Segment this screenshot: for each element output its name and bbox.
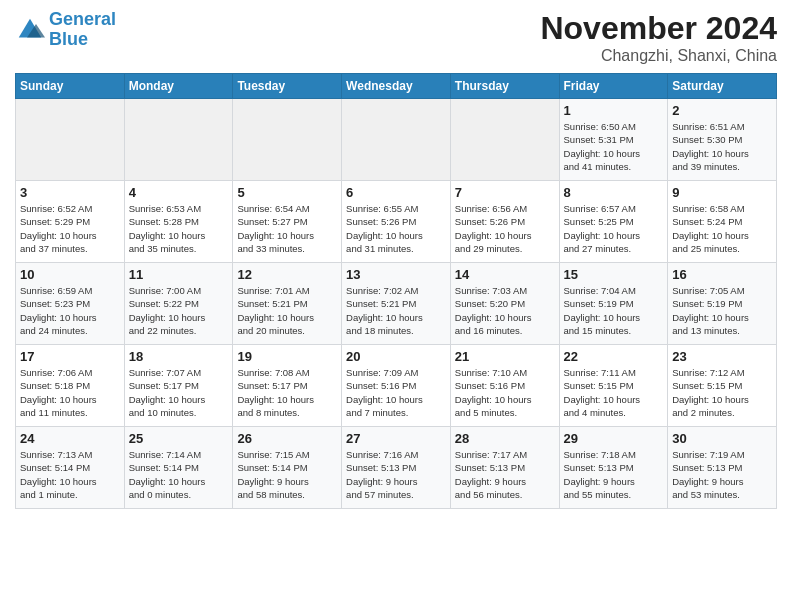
calendar-week-1: 1Sunrise: 6:50 AM Sunset: 5:31 PM Daylig… [16, 99, 777, 181]
calendar-table: Sunday Monday Tuesday Wednesday Thursday… [15, 73, 777, 509]
day-number: 6 [346, 185, 446, 200]
calendar-cell: 4Sunrise: 6:53 AM Sunset: 5:28 PM Daylig… [124, 181, 233, 263]
day-info: Sunrise: 6:52 AM Sunset: 5:29 PM Dayligh… [20, 202, 120, 255]
day-number: 11 [129, 267, 229, 282]
col-wednesday: Wednesday [342, 74, 451, 99]
day-number: 13 [346, 267, 446, 282]
day-number: 15 [564, 267, 664, 282]
calendar-cell: 2Sunrise: 6:51 AM Sunset: 5:30 PM Daylig… [668, 99, 777, 181]
day-info: Sunrise: 7:01 AM Sunset: 5:21 PM Dayligh… [237, 284, 337, 337]
day-info: Sunrise: 6:53 AM Sunset: 5:28 PM Dayligh… [129, 202, 229, 255]
day-number: 10 [20, 267, 120, 282]
calendar-cell [450, 99, 559, 181]
calendar-week-3: 10Sunrise: 6:59 AM Sunset: 5:23 PM Dayli… [16, 263, 777, 345]
col-saturday: Saturday [668, 74, 777, 99]
day-info: Sunrise: 7:03 AM Sunset: 5:20 PM Dayligh… [455, 284, 555, 337]
day-info: Sunrise: 7:19 AM Sunset: 5:13 PM Dayligh… [672, 448, 772, 501]
day-number: 23 [672, 349, 772, 364]
day-info: Sunrise: 7:11 AM Sunset: 5:15 PM Dayligh… [564, 366, 664, 419]
day-number: 21 [455, 349, 555, 364]
day-number: 30 [672, 431, 772, 446]
day-number: 9 [672, 185, 772, 200]
col-sunday: Sunday [16, 74, 125, 99]
day-number: 16 [672, 267, 772, 282]
day-info: Sunrise: 7:02 AM Sunset: 5:21 PM Dayligh… [346, 284, 446, 337]
day-info: Sunrise: 7:16 AM Sunset: 5:13 PM Dayligh… [346, 448, 446, 501]
logo-icon [15, 15, 45, 45]
day-info: Sunrise: 7:05 AM Sunset: 5:19 PM Dayligh… [672, 284, 772, 337]
title-area: November 2024 Changzhi, Shanxi, China [540, 10, 777, 65]
calendar-cell: 8Sunrise: 6:57 AM Sunset: 5:25 PM Daylig… [559, 181, 668, 263]
day-number: 25 [129, 431, 229, 446]
day-info: Sunrise: 6:58 AM Sunset: 5:24 PM Dayligh… [672, 202, 772, 255]
day-info: Sunrise: 7:17 AM Sunset: 5:13 PM Dayligh… [455, 448, 555, 501]
col-tuesday: Tuesday [233, 74, 342, 99]
calendar-cell: 25Sunrise: 7:14 AM Sunset: 5:14 PM Dayli… [124, 427, 233, 509]
col-friday: Friday [559, 74, 668, 99]
day-number: 3 [20, 185, 120, 200]
day-info: Sunrise: 7:06 AM Sunset: 5:18 PM Dayligh… [20, 366, 120, 419]
day-info: Sunrise: 7:14 AM Sunset: 5:14 PM Dayligh… [129, 448, 229, 501]
day-number: 1 [564, 103, 664, 118]
day-info: Sunrise: 7:18 AM Sunset: 5:13 PM Dayligh… [564, 448, 664, 501]
day-info: Sunrise: 6:54 AM Sunset: 5:27 PM Dayligh… [237, 202, 337, 255]
header-row: Sunday Monday Tuesday Wednesday Thursday… [16, 74, 777, 99]
calendar-cell: 17Sunrise: 7:06 AM Sunset: 5:18 PM Dayli… [16, 345, 125, 427]
calendar-cell: 16Sunrise: 7:05 AM Sunset: 5:19 PM Dayli… [668, 263, 777, 345]
day-number: 29 [564, 431, 664, 446]
day-info: Sunrise: 6:51 AM Sunset: 5:30 PM Dayligh… [672, 120, 772, 173]
calendar-cell: 26Sunrise: 7:15 AM Sunset: 5:14 PM Dayli… [233, 427, 342, 509]
day-info: Sunrise: 7:13 AM Sunset: 5:14 PM Dayligh… [20, 448, 120, 501]
calendar-cell [16, 99, 125, 181]
calendar-cell: 29Sunrise: 7:18 AM Sunset: 5:13 PM Dayli… [559, 427, 668, 509]
calendar-cell [233, 99, 342, 181]
calendar-cell: 3Sunrise: 6:52 AM Sunset: 5:29 PM Daylig… [16, 181, 125, 263]
day-info: Sunrise: 6:59 AM Sunset: 5:23 PM Dayligh… [20, 284, 120, 337]
calendar-cell: 19Sunrise: 7:08 AM Sunset: 5:17 PM Dayli… [233, 345, 342, 427]
calendar-cell: 28Sunrise: 7:17 AM Sunset: 5:13 PM Dayli… [450, 427, 559, 509]
day-info: Sunrise: 7:08 AM Sunset: 5:17 PM Dayligh… [237, 366, 337, 419]
day-number: 18 [129, 349, 229, 364]
calendar-cell: 13Sunrise: 7:02 AM Sunset: 5:21 PM Dayli… [342, 263, 451, 345]
day-number: 28 [455, 431, 555, 446]
day-number: 24 [20, 431, 120, 446]
calendar-cell: 22Sunrise: 7:11 AM Sunset: 5:15 PM Dayli… [559, 345, 668, 427]
calendar-cell: 12Sunrise: 7:01 AM Sunset: 5:21 PM Dayli… [233, 263, 342, 345]
month-title: November 2024 [540, 10, 777, 47]
day-info: Sunrise: 7:04 AM Sunset: 5:19 PM Dayligh… [564, 284, 664, 337]
location: Changzhi, Shanxi, China [540, 47, 777, 65]
day-info: Sunrise: 7:15 AM Sunset: 5:14 PM Dayligh… [237, 448, 337, 501]
day-number: 26 [237, 431, 337, 446]
logo: General Blue [15, 10, 116, 50]
day-number: 14 [455, 267, 555, 282]
day-info: Sunrise: 6:50 AM Sunset: 5:31 PM Dayligh… [564, 120, 664, 173]
calendar-cell: 23Sunrise: 7:12 AM Sunset: 5:15 PM Dayli… [668, 345, 777, 427]
day-info: Sunrise: 6:57 AM Sunset: 5:25 PM Dayligh… [564, 202, 664, 255]
calendar-cell: 9Sunrise: 6:58 AM Sunset: 5:24 PM Daylig… [668, 181, 777, 263]
day-info: Sunrise: 7:09 AM Sunset: 5:16 PM Dayligh… [346, 366, 446, 419]
calendar-cell: 24Sunrise: 7:13 AM Sunset: 5:14 PM Dayli… [16, 427, 125, 509]
page-container: General Blue November 2024 Changzhi, Sha… [0, 0, 792, 519]
day-info: Sunrise: 7:07 AM Sunset: 5:17 PM Dayligh… [129, 366, 229, 419]
calendar-week-4: 17Sunrise: 7:06 AM Sunset: 5:18 PM Dayli… [16, 345, 777, 427]
calendar-week-2: 3Sunrise: 6:52 AM Sunset: 5:29 PM Daylig… [16, 181, 777, 263]
day-number: 4 [129, 185, 229, 200]
calendar-cell: 11Sunrise: 7:00 AM Sunset: 5:22 PM Dayli… [124, 263, 233, 345]
day-number: 27 [346, 431, 446, 446]
day-number: 2 [672, 103, 772, 118]
calendar-cell: 30Sunrise: 7:19 AM Sunset: 5:13 PM Dayli… [668, 427, 777, 509]
day-number: 7 [455, 185, 555, 200]
calendar-cell [124, 99, 233, 181]
calendar-cell: 27Sunrise: 7:16 AM Sunset: 5:13 PM Dayli… [342, 427, 451, 509]
day-info: Sunrise: 7:12 AM Sunset: 5:15 PM Dayligh… [672, 366, 772, 419]
calendar-cell: 14Sunrise: 7:03 AM Sunset: 5:20 PM Dayli… [450, 263, 559, 345]
col-thursday: Thursday [450, 74, 559, 99]
calendar-cell: 6Sunrise: 6:55 AM Sunset: 5:26 PM Daylig… [342, 181, 451, 263]
calendar-cell: 5Sunrise: 6:54 AM Sunset: 5:27 PM Daylig… [233, 181, 342, 263]
day-number: 5 [237, 185, 337, 200]
calendar-cell: 21Sunrise: 7:10 AM Sunset: 5:16 PM Dayli… [450, 345, 559, 427]
day-info: Sunrise: 7:00 AM Sunset: 5:22 PM Dayligh… [129, 284, 229, 337]
day-number: 8 [564, 185, 664, 200]
day-number: 20 [346, 349, 446, 364]
calendar-cell: 18Sunrise: 7:07 AM Sunset: 5:17 PM Dayli… [124, 345, 233, 427]
